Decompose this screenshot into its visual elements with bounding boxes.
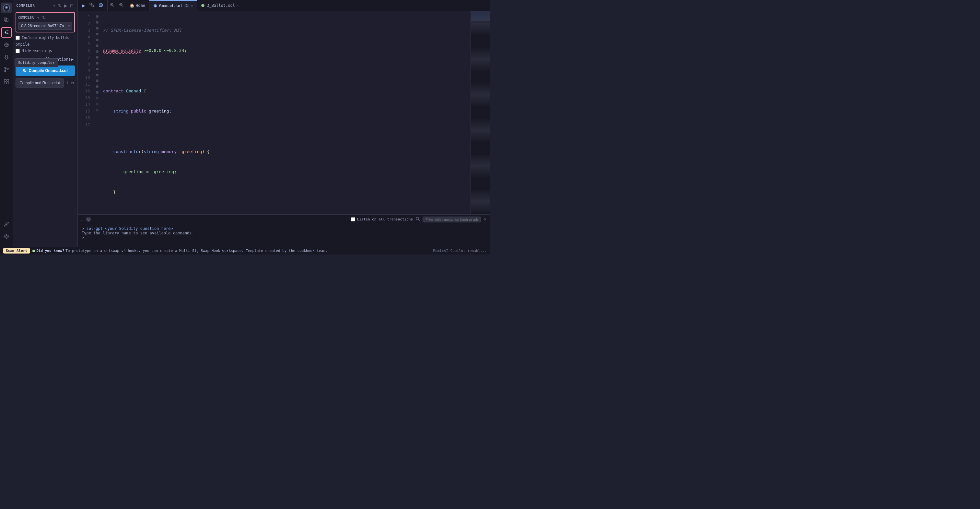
settings-activity-icon[interactable] (1, 231, 12, 241)
debug-activity-icon[interactable] (1, 52, 12, 62)
include-nightly-checkbox[interactable] (16, 36, 20, 40)
ballot-tab-close[interactable]: ✕ (237, 3, 239, 7)
code-line-7: constructor(string memory _greeting) { (103, 148, 468, 155)
gmonad-tab-label: Gmonad.sol (159, 3, 183, 8)
compiler-label: COMPILER + ↻ (18, 14, 72, 21)
maximize-compiler-btn[interactable]: ⊡ (69, 3, 74, 9)
minimap-content (471, 11, 490, 214)
compiler-header-actions: + ↻ ▶ ⊡ (52, 3, 74, 9)
sidebar: Solidity compiler COMPILER + ↻ ▶ ⊡ COMPI… (13, 0, 78, 247)
compiler-activity-icon[interactable] (1, 27, 12, 38)
code-line-3 (103, 67, 468, 74)
svg-point-15 (5, 236, 7, 237)
include-nightly-row: Include nightly builds (13, 34, 78, 41)
sol-file-icon: S (153, 4, 157, 8)
status-copilot: RemixAI Copilot (enabl... (433, 249, 487, 253)
advanced-config-chevron: ▶ (71, 57, 73, 62)
gmonad-tab[interactable]: S Gmonad.sol 1 ✕ (150, 0, 197, 11)
deploy-activity-icon[interactable] (1, 40, 12, 50)
home-activity-icon[interactable] (1, 3, 12, 13)
compiler-version-wrapper: 0.8.26+commit.8a97fa7a (18, 22, 72, 30)
svg-point-9 (5, 70, 6, 72)
code-line-6 (103, 128, 468, 135)
terminal-close-btn[interactable]: ✕ (483, 217, 487, 222)
svg-point-5 (5, 55, 8, 57)
compile-script-row: Compile and Run script ℹ ⧉ (13, 77, 78, 89)
status-hint: Did you know? To prototype on a uniswap … (32, 249, 327, 253)
code-line-8: greeting = _greeting; (103, 169, 468, 176)
compile-script-copy-btn[interactable]: ⧉ (71, 80, 75, 86)
hide-warnings-checkbox[interactable] (16, 49, 20, 53)
terminal-toolbar: ⌄ 0 Listen on all transactions ✕ (78, 215, 490, 224)
refresh-version-btn[interactable]: ↻ (41, 14, 46, 21)
terminal-search-btn[interactable] (415, 216, 421, 223)
ballot-file-icon: S (201, 3, 205, 8)
home-tab-label: Home (136, 3, 145, 8)
scam-alert-badge[interactable]: Scam Alert (3, 248, 30, 254)
compiler-version-select[interactable]: 0.8.26+commit.8a97fa7a (18, 22, 72, 30)
robot-button[interactable] (97, 1, 105, 10)
minimap (471, 11, 490, 214)
activity-bar (0, 0, 13, 247)
editor-header: ▶ (78, 0, 490, 11)
code-content[interactable]: // SPDX-License-Identifier: MIT pragma s… (100, 14, 471, 212)
svg-rect-12 (7, 80, 9, 81)
terminal-filter-input[interactable] (423, 217, 481, 222)
wrench-activity-icon[interactable] (1, 219, 12, 229)
plugin-activity-icon[interactable] (1, 77, 12, 87)
svg-rect-14 (7, 82, 9, 84)
code-editor[interactable]: 1 2 3 4 5 6 7 8 9 10 11 12 13 14 (78, 11, 471, 214)
code-line-4: contract Gmonad { (103, 88, 468, 95)
status-bar: Scam Alert Did you know? To prototype on… (0, 247, 490, 254)
zoom-in-btn[interactable] (117, 0, 126, 11)
add-compiler-btn[interactable]: + (52, 3, 56, 9)
compile-icon: ↻ (23, 68, 27, 73)
compiler-section-label: COMPILER (16, 3, 35, 8)
zoom-out-btn[interactable] (108, 0, 117, 11)
compile-label: ompile (16, 42, 30, 47)
svg-point-16 (90, 3, 92, 5)
svg-text:S: S (202, 5, 204, 7)
svg-line-18 (92, 4, 93, 5)
add-version-btn[interactable]: + (36, 14, 40, 21)
worker-button[interactable] (88, 1, 95, 10)
terminal-chevron[interactable]: ⌄ (80, 217, 83, 222)
git-activity-icon[interactable] (1, 64, 12, 75)
hide-warnings-row: Hide warnings (13, 47, 78, 54)
svg-point-22 (101, 5, 102, 5)
gmonad-tab-close[interactable]: ✕ (191, 4, 193, 8)
terminal-line-1: > sol-gpt <your Solidity question here> (82, 226, 486, 231)
compile-script-info-btn[interactable]: ℹ (66, 80, 69, 86)
home-icon: 🏠 (130, 3, 135, 8)
status-green-dot (32, 250, 35, 252)
svg-point-8 (5, 67, 6, 69)
compiler-version-box: COMPILER + ↻ 0.8.26+commit.8a97fa7a (16, 12, 75, 32)
svg-line-28 (122, 5, 123, 7)
compile-script-button[interactable]: Compile and Run script (16, 78, 64, 88)
files-activity-icon[interactable] (1, 15, 12, 25)
sidebar-header: COMPILER + ↻ ▶ ⊡ (13, 0, 78, 10)
home-tab[interactable]: 🏠 Home (126, 0, 150, 11)
refresh-compiler-btn[interactable]: ↻ (57, 3, 62, 9)
compile-script-label: Compile and Run script (19, 81, 60, 85)
terminal-line-3: > (82, 235, 486, 240)
ballot-tab[interactable]: S 3_Ballot.sol ✕ (197, 0, 243, 11)
code-line-10 (103, 209, 468, 214)
terminal-checkbox-row: Listen on all transactions ✕ (351, 216, 487, 223)
svg-point-1 (5, 6, 8, 8)
editor-toolbar-left: ▶ (78, 0, 108, 11)
listen-transactions-label: Listen on all transactions (357, 217, 413, 222)
expand-compiler-btn[interactable]: ▶ (64, 3, 68, 9)
compile-label-row: ompile (13, 41, 78, 47)
include-nightly-label: Include nightly builds (22, 36, 69, 40)
hide-warnings-label: Hide warnings (22, 49, 52, 53)
run-button[interactable]: ▶ (80, 2, 86, 10)
svg-point-35 (416, 217, 419, 220)
terminal-line-2: Type the library name to see available c… (82, 231, 486, 235)
code-dots (94, 14, 100, 212)
code-line-1: // SPDX-License-Identifier: MIT (103, 27, 468, 34)
listen-transactions-checkbox[interactable] (351, 217, 355, 222)
compile-button-label: Compile Gmonad.sol (29, 69, 67, 73)
terminal-count: 0 (86, 217, 92, 222)
code-line-9: } (103, 189, 468, 196)
